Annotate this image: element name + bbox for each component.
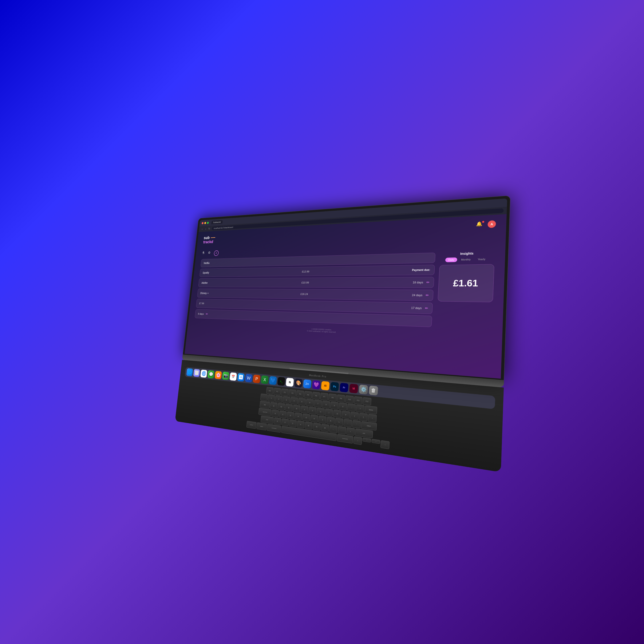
dock-icon-launchpad[interactable]: ⬜ xyxy=(193,369,200,377)
avatar[interactable]: A xyxy=(487,220,496,228)
dock-icon-indesign[interactable]: Id xyxy=(349,384,358,393)
insights-tab-yearly[interactable]: Yearly xyxy=(474,257,488,261)
key-t[interactable]: T xyxy=(300,406,308,413)
key-lbracket[interactable]: [ xyxy=(350,412,359,420)
key-6[interactable]: 6 xyxy=(306,399,314,406)
back-button[interactable]: ‹ xyxy=(200,227,204,231)
dock-icon-notion[interactable]: N xyxy=(286,378,294,387)
key-rbracket[interactable]: ] xyxy=(359,413,368,421)
key-option[interactable]: option xyxy=(256,422,267,430)
key-e[interactable]: E xyxy=(285,404,293,411)
key-f2[interactable]: F2 xyxy=(281,388,288,396)
key-shift-left[interactable]: shift xyxy=(260,415,274,424)
key-k[interactable]: K xyxy=(327,417,335,425)
key-command-left[interactable]: command xyxy=(267,424,281,432)
key-4[interactable]: 4 xyxy=(290,397,298,404)
key-u[interactable]: U xyxy=(316,408,325,416)
key-i[interactable]: I xyxy=(325,408,333,416)
subscription-card-adobe[interactable]: Adobe £10.99 18 days ✏ xyxy=(198,277,434,288)
key-y[interactable]: Y xyxy=(308,407,316,415)
dock-icon-vscode[interactable]: 💙 xyxy=(269,376,277,385)
key-a[interactable]: A xyxy=(271,410,279,417)
minimize-button[interactable] xyxy=(204,222,206,224)
maximize-button[interactable] xyxy=(207,222,209,224)
dock-icon-premiere[interactable]: Pr xyxy=(339,383,348,392)
edit-icon[interactable]: ✏ xyxy=(425,306,428,310)
dock-icon-photoshop[interactable]: Ps xyxy=(330,382,339,391)
key-m[interactable]: M xyxy=(321,424,329,432)
key-period[interactable]: . xyxy=(337,426,346,434)
insights-tab-monthly[interactable]: Monthly xyxy=(458,257,474,262)
key-f7[interactable]: F7 xyxy=(320,393,328,400)
key-quote[interactable]: ' xyxy=(352,420,361,428)
edit-icon[interactable]: ✏ xyxy=(206,312,208,316)
notification-icon[interactable]: 🔔 xyxy=(476,221,484,229)
key-0[interactable]: 0 xyxy=(339,402,347,410)
key-return[interactable]: return xyxy=(361,421,377,431)
key-backtick[interactable]: ` xyxy=(260,394,268,401)
key-f9[interactable]: F9 xyxy=(337,394,345,402)
dock-icon-finder[interactable]: 🌐 xyxy=(186,368,193,376)
dock-icon-facetime[interactable]: 📷 xyxy=(222,371,229,380)
key-z[interactable]: Z xyxy=(273,417,281,425)
key-s[interactable]: S xyxy=(279,410,287,418)
key-f4[interactable]: F4 xyxy=(296,390,304,398)
dock-icon-settings[interactable]: ⚙️ xyxy=(359,384,368,394)
filter-icon[interactable]: ⚗ xyxy=(202,251,207,256)
key-control[interactable]: control xyxy=(246,421,257,429)
dock-icon-appstore[interactable]: 🅰 xyxy=(237,373,245,382)
key-tab[interactable]: tab xyxy=(260,401,270,408)
key-comma[interactable]: , xyxy=(329,425,337,433)
key-f12[interactable]: F12 xyxy=(363,397,371,405)
key-esc[interactable]: esc xyxy=(266,387,273,394)
add-subscription-button[interactable]: + xyxy=(214,250,219,256)
key-arrow-up[interactable]: ↑ xyxy=(362,438,371,442)
key-slash[interactable]: / xyxy=(346,427,355,436)
dock-icon-zoom[interactable]: Zm xyxy=(303,379,311,388)
key-minus[interactable]: - xyxy=(347,403,356,412)
insights-tab-daily[interactable]: Daily xyxy=(445,257,457,262)
key-f11[interactable]: F11 xyxy=(354,396,362,404)
key-1[interactable]: 1 xyxy=(268,394,275,402)
key-w[interactable]: W xyxy=(277,403,285,410)
key-command-right[interactable]: command xyxy=(337,434,353,443)
key-3[interactable]: 3 xyxy=(283,396,290,404)
forward-button[interactable]: › xyxy=(204,227,207,230)
refresh-button[interactable]: ↻ xyxy=(208,227,211,230)
dock-icon-excel[interactable]: X xyxy=(261,375,269,384)
key-c[interactable]: C xyxy=(289,419,297,427)
key-h[interactable]: H xyxy=(310,415,318,423)
dock-icon-figma[interactable]: 🎨 xyxy=(294,378,303,388)
browser-tab[interactable]: Subtrackd xyxy=(211,220,223,224)
dock-icon-photos[interactable]: 🌸 xyxy=(214,371,222,379)
key-g[interactable]: G xyxy=(302,414,310,422)
key-f6[interactable]: F6 xyxy=(312,392,320,399)
key-7[interactable]: 7 xyxy=(314,400,322,407)
key-p[interactable]: P xyxy=(341,411,350,419)
key-x[interactable]: X xyxy=(281,418,289,426)
sliders-icon[interactable]: ⚙ xyxy=(208,250,213,256)
dock-icon-word[interactable]: W xyxy=(245,374,252,382)
key-r[interactable]: R xyxy=(293,405,300,412)
dock-icon-powerpoint[interactable]: P xyxy=(253,374,261,383)
key-arrow-right[interactable]: → xyxy=(380,440,389,449)
dock-icon-messages[interactable]: 💬 xyxy=(207,370,214,379)
key-f5[interactable]: F5 xyxy=(304,391,312,398)
dock-icon-illustrator[interactable]: Ai xyxy=(321,381,329,390)
key-q[interactable]: Q xyxy=(270,402,277,410)
key-j[interactable]: J xyxy=(318,415,327,423)
key-8[interactable]: 8 xyxy=(322,400,330,408)
key-f[interactable]: F xyxy=(294,412,302,420)
key-o[interactable]: O xyxy=(333,410,341,418)
key-delete[interactable]: delete xyxy=(365,405,377,414)
key-f8[interactable]: F8 xyxy=(328,394,336,402)
dock-icon-trash[interactable]: 🗑 xyxy=(369,386,378,395)
dock-icon-calendar[interactable]: 📅 xyxy=(229,372,237,381)
key-arrow-down[interactable]: ↓ xyxy=(371,439,380,444)
key-5[interactable]: 5 xyxy=(298,398,306,406)
key-9[interactable]: 9 xyxy=(330,402,339,410)
key-b[interactable]: B xyxy=(304,422,312,430)
key-v[interactable]: V xyxy=(297,420,305,428)
edit-icon[interactable]: ✏ xyxy=(426,280,430,284)
subscription-card-disney[interactable]: Disney + £16.24 24 days ✏ xyxy=(197,288,434,301)
